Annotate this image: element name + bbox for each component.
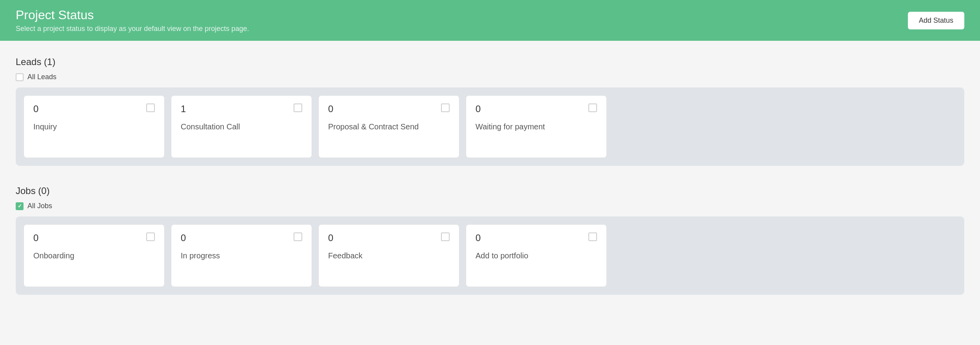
leads-spacer [613, 95, 956, 158]
card-count: 0 [33, 232, 38, 243]
all-jobs-checkbox[interactable] [16, 202, 24, 210]
all-leads-label: All Leads [27, 73, 56, 81]
jobs-section: Jobs (0) All Jobs 0 Onboarding 0 In prog… [16, 185, 964, 295]
all-leads-row[interactable]: All Leads [16, 73, 964, 81]
card-checkbox[interactable] [146, 104, 155, 112]
card-checkbox[interactable] [588, 104, 597, 112]
card-label: Add to portfolio [475, 251, 597, 260]
card-checkbox[interactable] [294, 232, 302, 241]
jobs-card-3[interactable]: 0 Add to portfolio [466, 224, 607, 287]
leads-cards-grid: 0 Inquiry 1 Consultation Call 0 Proposal… [24, 95, 607, 158]
all-leads-checkbox[interactable] [16, 73, 24, 81]
card-count: 1 [181, 104, 186, 114]
card-count: 0 [33, 104, 38, 114]
page-subtitle: Select a project status to display as yo… [16, 25, 249, 33]
card-count: 0 [328, 232, 333, 243]
leads-section-title: Leads (1) [16, 56, 964, 67]
leads-card-3[interactable]: 0 Waiting for payment [466, 95, 607, 158]
card-count: 0 [475, 232, 481, 243]
jobs-spacer [613, 224, 956, 287]
all-jobs-row[interactable]: All Jobs [16, 202, 964, 210]
card-count: 0 [181, 232, 186, 243]
card-label: Waiting for payment [475, 122, 597, 131]
card-label: In progress [181, 251, 302, 260]
card-label: Consultation Call [181, 122, 302, 131]
card-label: Inquiry [33, 122, 155, 131]
leads-cards-wrapper: 0 Inquiry 1 Consultation Call 0 Proposal… [16, 87, 964, 166]
card-label: Proposal & Contract Send [328, 122, 450, 131]
card-checkbox[interactable] [441, 104, 450, 112]
card-checkbox[interactable] [441, 232, 450, 241]
card-checkbox[interactable] [294, 104, 302, 112]
leads-section: Leads (1) All Leads 0 Inquiry 1 Consulta… [16, 56, 964, 166]
card-label: Feedback [328, 251, 450, 260]
main-content: Leads (1) All Leads 0 Inquiry 1 Consulta… [0, 41, 980, 330]
page-header: Project Status Select a project status t… [0, 0, 980, 41]
card-label: Onboarding [33, 251, 155, 260]
add-status-button[interactable]: Add Status [908, 12, 964, 29]
card-header: 0 [33, 232, 155, 243]
leads-card-0[interactable]: 0 Inquiry [24, 95, 165, 158]
jobs-card-1[interactable]: 0 In progress [171, 224, 312, 287]
card-count: 0 [475, 104, 481, 114]
jobs-card-0[interactable]: 0 Onboarding [24, 224, 165, 287]
leads-card-2[interactable]: 0 Proposal & Contract Send [318, 95, 459, 158]
card-checkbox[interactable] [588, 232, 597, 241]
jobs-cards-wrapper: 0 Onboarding 0 In progress 0 Feedback 0 … [16, 216, 964, 295]
card-header: 0 [328, 232, 450, 243]
card-header: 1 [181, 104, 302, 114]
jobs-card-2[interactable]: 0 Feedback [318, 224, 459, 287]
card-header: 0 [328, 104, 450, 114]
card-header: 0 [475, 104, 597, 114]
leads-card-1[interactable]: 1 Consultation Call [171, 95, 312, 158]
jobs-section-title: Jobs (0) [16, 185, 964, 196]
card-count: 0 [328, 104, 333, 114]
card-checkbox[interactable] [146, 232, 155, 241]
jobs-cards-grid: 0 Onboarding 0 In progress 0 Feedback 0 … [24, 224, 607, 287]
card-header: 0 [475, 232, 597, 243]
all-jobs-label: All Jobs [27, 202, 52, 210]
card-header: 0 [33, 104, 155, 114]
card-header: 0 [181, 232, 302, 243]
page-title: Project Status [16, 8, 249, 22]
header-text: Project Status Select a project status t… [16, 8, 249, 33]
